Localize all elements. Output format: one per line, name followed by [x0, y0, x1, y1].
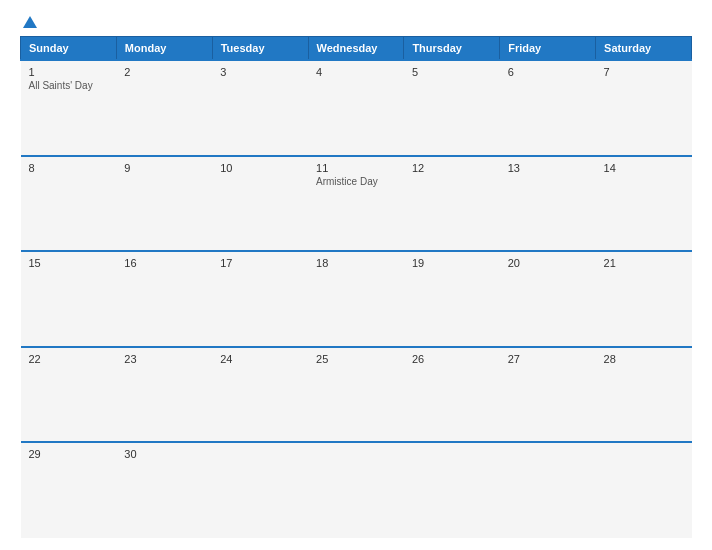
day-number: 9 [124, 162, 204, 174]
day-number: 27 [508, 353, 588, 365]
day-number: 19 [412, 257, 492, 269]
calendar-cell: 7 [596, 60, 692, 156]
calendar-cell: 24 [212, 347, 308, 443]
calendar-cell: 20 [500, 251, 596, 347]
day-number: 28 [604, 353, 684, 365]
calendar-cell: 18 [308, 251, 404, 347]
calendar-cell: 10 [212, 156, 308, 252]
day-number: 8 [29, 162, 109, 174]
day-number: 22 [29, 353, 109, 365]
day-number: 26 [412, 353, 492, 365]
calendar-week-row: 22232425262728 [21, 347, 692, 443]
calendar-cell: 1All Saints' Day [21, 60, 117, 156]
logo [20, 16, 37, 28]
day-number: 12 [412, 162, 492, 174]
calendar-cell: 4 [308, 60, 404, 156]
calendar-cell [308, 442, 404, 538]
day-number: 30 [124, 448, 204, 460]
day-number: 13 [508, 162, 588, 174]
calendar-cell: 28 [596, 347, 692, 443]
calendar-cell: 6 [500, 60, 596, 156]
calendar-cell: 15 [21, 251, 117, 347]
calendar-week-row: 891011Armistice Day121314 [21, 156, 692, 252]
calendar-cell: 25 [308, 347, 404, 443]
calendar-cell: 13 [500, 156, 596, 252]
calendar-cell [404, 442, 500, 538]
day-number: 3 [220, 66, 300, 78]
day-number: 10 [220, 162, 300, 174]
calendar-header [20, 16, 692, 28]
calendar-cell: 2 [116, 60, 212, 156]
logo-triangle-icon [23, 16, 37, 28]
calendar-cell: 19 [404, 251, 500, 347]
day-number: 14 [604, 162, 684, 174]
weekday-header-sunday: Sunday [21, 37, 117, 61]
calendar-week-row: 1All Saints' Day234567 [21, 60, 692, 156]
weekday-header-friday: Friday [500, 37, 596, 61]
calendar-cell: 16 [116, 251, 212, 347]
weekday-header-row: SundayMondayTuesdayWednesdayThursdayFrid… [21, 37, 692, 61]
calendar-table: SundayMondayTuesdayWednesdayThursdayFrid… [20, 36, 692, 538]
day-number: 2 [124, 66, 204, 78]
weekday-header-tuesday: Tuesday [212, 37, 308, 61]
calendar-cell: 5 [404, 60, 500, 156]
day-number: 15 [29, 257, 109, 269]
calendar-cell: 11Armistice Day [308, 156, 404, 252]
calendar-cell [500, 442, 596, 538]
day-number: 5 [412, 66, 492, 78]
calendar-cell: 9 [116, 156, 212, 252]
day-number: 29 [29, 448, 109, 460]
calendar-cell: 8 [21, 156, 117, 252]
weekday-header-monday: Monday [116, 37, 212, 61]
day-number: 23 [124, 353, 204, 365]
calendar-cell: 26 [404, 347, 500, 443]
calendar-cell: 17 [212, 251, 308, 347]
day-number: 20 [508, 257, 588, 269]
calendar-cell [212, 442, 308, 538]
calendar-cell: 30 [116, 442, 212, 538]
weekday-header-wednesday: Wednesday [308, 37, 404, 61]
day-number: 24 [220, 353, 300, 365]
weekday-header-thursday: Thursday [404, 37, 500, 61]
calendar-cell: 22 [21, 347, 117, 443]
day-number: 4 [316, 66, 396, 78]
day-number: 6 [508, 66, 588, 78]
calendar-cell: 12 [404, 156, 500, 252]
calendar-cell: 27 [500, 347, 596, 443]
day-number: 21 [604, 257, 684, 269]
calendar-cell: 21 [596, 251, 692, 347]
day-number: 7 [604, 66, 684, 78]
calendar-cell: 23 [116, 347, 212, 443]
day-number: 11 [316, 162, 396, 174]
calendar-cell [596, 442, 692, 538]
event-label: All Saints' Day [29, 80, 109, 91]
calendar-cell: 3 [212, 60, 308, 156]
calendar-cell: 14 [596, 156, 692, 252]
day-number: 1 [29, 66, 109, 78]
calendar-cell: 29 [21, 442, 117, 538]
day-number: 17 [220, 257, 300, 269]
day-number: 25 [316, 353, 396, 365]
day-number: 18 [316, 257, 396, 269]
event-label: Armistice Day [316, 176, 396, 187]
logo-blue-text [20, 16, 37, 28]
day-number: 16 [124, 257, 204, 269]
weekday-header-saturday: Saturday [596, 37, 692, 61]
calendar-week-row: 15161718192021 [21, 251, 692, 347]
calendar-week-row: 2930 [21, 442, 692, 538]
